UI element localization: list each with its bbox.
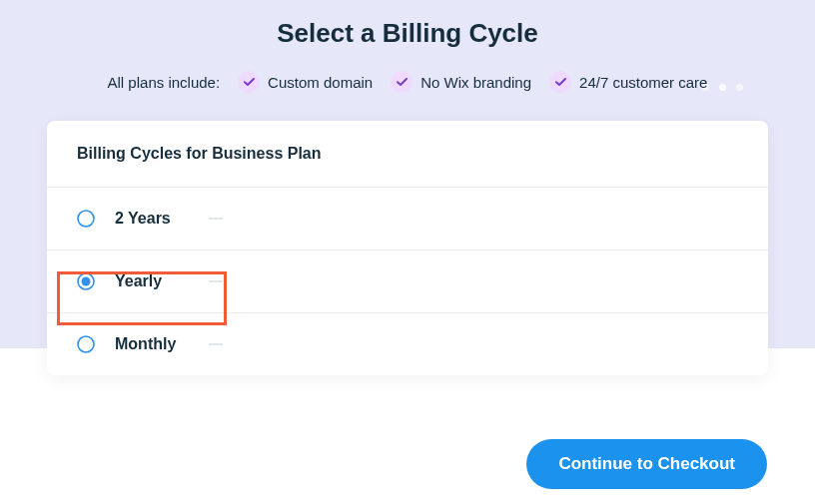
continue-to-checkout-button[interactable]: Continue to Checkout <box>526 439 767 489</box>
svg-point-3 <box>78 336 94 352</box>
check-icon <box>238 71 260 93</box>
check-icon <box>549 71 571 93</box>
option-label: 2 Years <box>115 210 185 228</box>
inclusion-item-support: 24/7 customer care <box>549 71 707 93</box>
inclusions-label: All plans include: <box>108 74 221 91</box>
inclusion-item-no-branding: No Wix branding <box>391 71 531 93</box>
plan-inclusions: All plans include: Custom domain No Wix … <box>0 71 815 93</box>
pricing-placeholder <box>209 280 223 282</box>
inclusion-label: Custom domain <box>268 74 373 91</box>
option-label: Monthly <box>115 335 185 353</box>
radio-icon <box>77 272 95 290</box>
check-icon <box>391 71 412 93</box>
pricing-placeholder <box>209 343 223 345</box>
billing-cycle-card: Billing Cycles for Business Plan 2 Years… <box>47 121 768 375</box>
radio-icon <box>77 210 95 228</box>
billing-option-monthly[interactable]: Monthly <box>47 313 768 375</box>
svg-point-0 <box>78 211 94 227</box>
radio-icon <box>77 335 95 353</box>
billing-option-yearly[interactable]: Yearly <box>47 251 768 313</box>
option-label: Yearly <box>115 272 185 290</box>
inclusion-item-custom-domain: Custom domain <box>238 71 373 93</box>
billing-option-2-years[interactable]: 2 Years <box>47 188 768 251</box>
card-title: Billing Cycles for Business Plan <box>47 121 768 188</box>
pricing-placeholder <box>209 218 223 220</box>
page-title: Select a Billing Cycle <box>0 0 815 49</box>
svg-point-2 <box>82 277 91 286</box>
inclusion-label: No Wix branding <box>420 74 531 91</box>
inclusion-label: 24/7 customer care <box>579 74 707 91</box>
